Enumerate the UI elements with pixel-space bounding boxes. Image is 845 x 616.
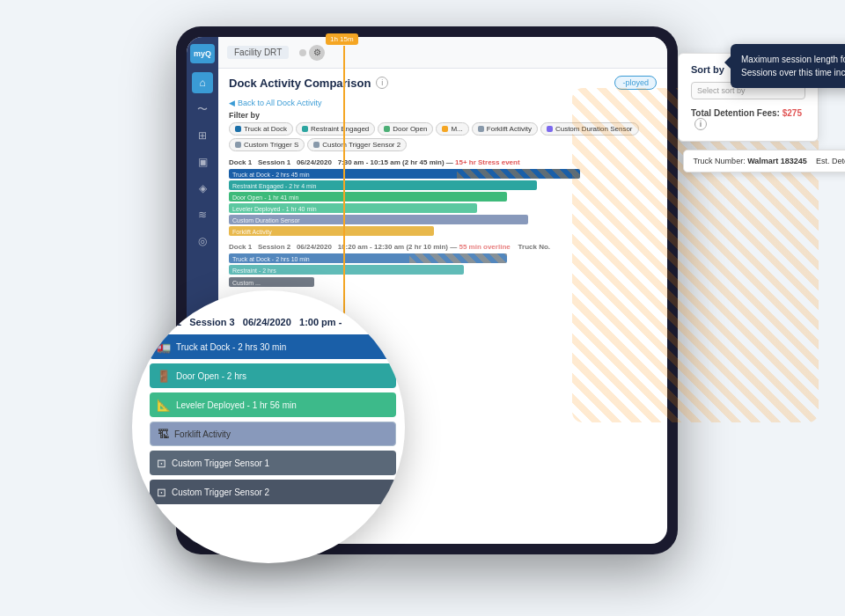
chip-custom-trigger2[interactable]: Custom Trigger Sensor 2	[307, 138, 407, 151]
forklift-icon: 🏗	[158, 428, 169, 441]
sidebar-icon-diamond[interactable]: ◈	[192, 178, 213, 199]
sensor2-icon: ⊡	[157, 486, 166, 499]
bar-truck-2: Truck at Dock - 2 hrs 10 min	[229, 253, 507, 263]
top-bar: Facility DRT ⚙	[218, 37, 667, 69]
truck-icon: 🚛	[157, 341, 171, 354]
est-fee-label: Est. Detention Fee:	[816, 157, 845, 165]
overtime-1	[457, 169, 579, 179]
zoom-bar-forklift: 🏗 Forklift Activity	[150, 422, 396, 446]
dot-1	[299, 49, 306, 56]
sidebar-icon-circle[interactable]: ◎	[192, 231, 213, 252]
zoom-bar-leveler: 📐 Leveler Deployed - 1 hr 56 min	[150, 392, 396, 417]
detention-info-icon: i	[694, 118, 707, 130]
back-arrow-icon: ◀	[229, 99, 235, 107]
chip-dot-restraint	[302, 126, 308, 132]
sidebar-icon-list[interactable]: ≋	[192, 204, 213, 225]
bar-custom-trigger-2: Custom ...	[229, 277, 314, 287]
chip-forklift[interactable]: Forklift Activity	[472, 122, 538, 136]
sidebar-icon-grid[interactable]: ⊞	[192, 125, 213, 146]
truck-number-label: Truck Number:	[693, 157, 745, 165]
bar-truck-1: Truck at Dock - 2 hrs 45 min	[229, 169, 580, 179]
chip-dot-m	[442, 126, 448, 132]
chip-m[interactable]: M...	[436, 122, 468, 136]
chip-door[interactable]: Door Open	[378, 122, 433, 136]
zoom-bar-door: 🚪 Door Open - 2 hrs	[150, 363, 396, 388]
zoom-bar-truck: 🚛 Truck at Dock - 2 hrs 30 min	[150, 334, 396, 359]
time-marker-line	[343, 46, 345, 327]
bar-restraint-2: Restraint - 2 hrs	[229, 265, 464, 275]
bar-leveler-1: Leveler Deployed - 1 hr 40 min	[229, 203, 477, 213]
title-info-icon: i	[376, 77, 388, 89]
chip-custom-trigger[interactable]: Custom Trigger S	[229, 138, 305, 151]
page-title: Dock Activity Comparison	[229, 77, 371, 90]
facility-label: Facility DRT	[227, 46, 289, 59]
gear-icon[interactable]: ⚙	[309, 45, 325, 61]
door-icon: 🚪	[157, 370, 171, 383]
truck-number: Walmart 183245	[747, 157, 807, 165]
chip-dot-door	[384, 126, 390, 132]
bar-door-1: Door Open - 1 hr 41 min	[229, 192, 507, 202]
zoom-circle: Dock 1 Session 3 06/24/2020 1:00 pm - 🚛 …	[132, 290, 405, 563]
zoom-content: Dock 1 Session 3 06/24/2020 1:00 pm - 🚛 …	[150, 317, 396, 509]
chip-dot-custom-trigger	[235, 142, 241, 148]
detention-label: Total Detention Fees: $275 i	[691, 108, 805, 130]
leveler-icon: 📐	[157, 399, 171, 412]
bar-custom1-1: Custom Duration Sensor	[229, 215, 528, 224]
zoom-bar-sensor1: ⊡ Custom Trigger Sensor 1	[150, 451, 396, 475]
zoom-session-header: Dock 1 Session 3 06/24/2020 1:00 pm -	[150, 317, 396, 327]
sensor1-icon: ⊡	[157, 457, 166, 470]
bar-forklift-1: Forklift Activity	[229, 226, 434, 236]
chip-truck[interactable]: Truck at Dock	[229, 122, 293, 136]
chip-restraint[interactable]: Restraint Engaged	[296, 122, 375, 136]
sidebar-icon-chart[interactable]: 〜	[192, 99, 213, 120]
chip-dot-custom-duration	[547, 126, 553, 132]
bar-restraint-1: Restraint Engaged - 2 hr 4 min	[229, 180, 537, 190]
zoom-bar-sensor2: ⊡ Custom Trigger Sensor 2	[150, 480, 396, 504]
sidebar-icon-home[interactable]: ⌂	[192, 72, 213, 93]
app-logo: myQ	[190, 44, 215, 63]
detention-amount: $275	[783, 108, 802, 118]
overtime-2	[409, 253, 507, 263]
sidebar-icon-box[interactable]: ▣	[192, 151, 213, 172]
truck-info-card: Truck Number: Walmart 183245 Est. Detent…	[683, 150, 845, 172]
time-marker-label: 1h 15m	[326, 33, 358, 45]
chip-dot-custom-trigger2	[313, 142, 320, 148]
chip-dot-truck	[235, 126, 241, 132]
chip-dot-forklift	[478, 126, 484, 132]
tooltip-box: Maximum session length for this zone. Se…	[731, 44, 845, 88]
